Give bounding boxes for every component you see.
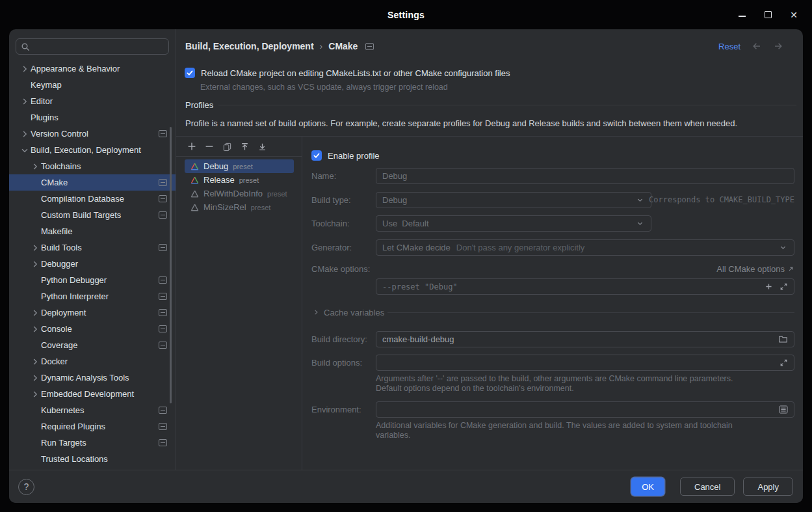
sidebar-item-keymap[interactable]: Keymap: [9, 77, 176, 93]
sidebar-item-required-plugins[interactable]: Required Plugins: [9, 418, 176, 435]
all-cmake-options-link[interactable]: All CMake options: [716, 264, 794, 274]
forward-icon: [773, 41, 783, 51]
build-options-hint-line2: Default options depend on the toolchain'…: [376, 384, 794, 394]
cmake-profile-icon: [190, 204, 199, 211]
edit-environment-button[interactable]: [779, 405, 788, 414]
chevron-right-icon[interactable]: [30, 243, 41, 253]
section-divider: [387, 312, 794, 313]
chevron-right-icon[interactable]: [30, 308, 41, 318]
chevron-right-icon[interactable]: [30, 389, 41, 399]
sidebar-item-run-targets[interactable]: Run Targets: [9, 435, 176, 451]
copy-profile-button[interactable]: [222, 141, 232, 152]
chevron-right-icon[interactable]: [30, 161, 41, 172]
sidebar-item-custom-build-targets[interactable]: Custom Build Targets: [9, 207, 176, 223]
sidebar-item-editor[interactable]: Editor: [9, 93, 176, 109]
sidebar-item-plugins[interactable]: Plugins: [9, 109, 176, 126]
browse-folder-button[interactable]: [778, 335, 788, 344]
move-up-button[interactable]: [239, 141, 250, 152]
chevron-right-icon[interactable]: [30, 324, 41, 334]
build-options-label: Build options:: [311, 358, 362, 368]
cache-variables-section[interactable]: Cache variables: [311, 307, 794, 317]
profile-row-minsizerel[interactable]: MinSizeRelpreset: [185, 200, 294, 214]
expand-editor-button[interactable]: [779, 282, 788, 291]
navigate-forward-button[interactable]: [773, 41, 783, 51]
settings-search-box[interactable]: [16, 38, 169, 55]
settings-dialog: Appearance & BehaviorKeymapEditorPlugins…: [9, 29, 803, 503]
sidebar-item-debugger[interactable]: Debugger: [9, 256, 176, 272]
sidebar-item-coverage[interactable]: Coverage: [9, 337, 176, 353]
profile-preset-suffix: preset: [239, 176, 259, 184]
ok-button[interactable]: OK: [631, 478, 664, 496]
sidebar-item-python-interpreter[interactable]: Python Interpreter: [9, 288, 176, 304]
remove-profile-button[interactable]: [204, 141, 215, 152]
build-directory-field[interactable]: cmake-build-debug: [376, 331, 794, 347]
breadcrumb-item-build-execution-deployment[interactable]: Build, Execution, Deployment: [185, 41, 314, 51]
profile-row-release[interactable]: Releasepreset: [185, 173, 294, 187]
sidebar-item-compilation-database[interactable]: Compilation Database: [9, 191, 176, 207]
minimize-button[interactable]: [737, 10, 747, 20]
chevron-right-icon[interactable]: [30, 259, 41, 269]
toolchain-dropdown[interactable]: Use Default: [376, 215, 651, 232]
cancel-button[interactable]: Cancel: [680, 478, 735, 496]
chevron-slot: [30, 340, 41, 351]
sidebar-item-kubernetes[interactable]: Kubernetes: [9, 402, 176, 418]
settings-tree: Appearance & BehaviorKeymapEditorPlugins…: [9, 61, 176, 467]
move-down-button[interactable]: [257, 141, 267, 152]
project-config-icon: [159, 244, 167, 251]
sidebar-item-deployment[interactable]: Deployment: [9, 304, 176, 321]
cmake-options-field[interactable]: --preset "Debug": [376, 278, 794, 295]
sidebar-item-trusted-locations[interactable]: Trusted Locations: [9, 451, 176, 467]
chevron-down-icon: [778, 243, 788, 252]
navigate-back-button[interactable]: [752, 41, 762, 51]
sidebar-item-docker[interactable]: Docker: [9, 353, 176, 370]
enable-profile-checkbox[interactable]: [311, 150, 322, 161]
chevron-down-icon[interactable]: [20, 145, 31, 155]
sidebar-item-embedded-development[interactable]: Embedded Development: [9, 386, 176, 402]
reset-link[interactable]: Reset: [718, 42, 740, 51]
sidebar-item-console[interactable]: Console: [9, 321, 176, 337]
page-header: Build, Execution, Deployment › CMake Res…: [176, 32, 803, 61]
profile-preset-suffix: preset: [267, 190, 287, 198]
search-icon: [21, 42, 30, 51]
sidebar-item-build-execution-deployment[interactable]: Build, Execution, Deployment: [9, 142, 176, 158]
build-options-field[interactable]: [376, 355, 794, 371]
name-field[interactable]: Debug: [376, 168, 794, 184]
sidebar-item-cmake[interactable]: CMake: [9, 174, 176, 191]
maximize-button[interactable]: [763, 10, 773, 20]
sidebar-scrollbar[interactable]: [170, 127, 172, 403]
reload-project-checkbox[interactable]: [185, 68, 195, 78]
build-directory-value: cmake-build-debug: [382, 334, 454, 344]
sidebar-item-version-control[interactable]: Version Control: [9, 126, 176, 142]
environment-field[interactable]: [376, 401, 794, 418]
profile-row-debug[interactable]: Debugpreset: [185, 159, 294, 173]
sidebar-item-appearance-behavior[interactable]: Appearance & Behavior: [9, 61, 176, 77]
sidebar-item-label: Python Debugger: [41, 275, 107, 285]
chevron-right-icon[interactable]: [30, 357, 41, 367]
sidebar-item-label: Plugins: [31, 113, 59, 122]
search-input[interactable]: [33, 41, 164, 52]
generator-hint: Don't pass any generator explicitly: [456, 243, 585, 252]
sidebar-item-makefile[interactable]: Makefile: [9, 223, 176, 239]
generator-dropdown[interactable]: Let CMake decide Don't pass any generato…: [376, 239, 794, 256]
add-option-button[interactable]: [765, 282, 773, 291]
chevron-right-icon[interactable]: [20, 129, 31, 139]
sidebar-item-toolchains[interactable]: Toolchains: [9, 158, 176, 174]
help-button[interactable]: ?: [18, 479, 34, 495]
sidebar-item-label: Debugger: [41, 259, 78, 269]
expand-editor-button[interactable]: [779, 358, 788, 367]
sidebar-item-python-debugger[interactable]: Python Debugger: [9, 272, 176, 288]
sidebar-item-build-tools[interactable]: Build Tools: [9, 239, 176, 256]
chevron-right-icon[interactable]: [20, 64, 31, 74]
sidebar-item-dynamic-analysis-tools[interactable]: Dynamic Analysis Tools: [9, 370, 176, 386]
build-type-dropdown[interactable]: Debug: [376, 192, 651, 208]
breadcrumb-item-cmake[interactable]: CMake: [328, 41, 358, 51]
apply-button[interactable]: Apply: [743, 478, 793, 496]
generator-label: Generator:: [311, 243, 352, 252]
chevron-right-icon[interactable]: [30, 373, 41, 383]
add-profile-button[interactable]: [187, 141, 197, 152]
close-button[interactable]: ✕: [789, 10, 799, 20]
project-config-icon: [159, 211, 167, 219]
chevron-right-icon[interactable]: [20, 96, 31, 107]
profile-row-relwithdebinfo[interactable]: RelWithDebInfopreset: [185, 187, 294, 200]
window-controls: ✕: [737, 0, 799, 29]
